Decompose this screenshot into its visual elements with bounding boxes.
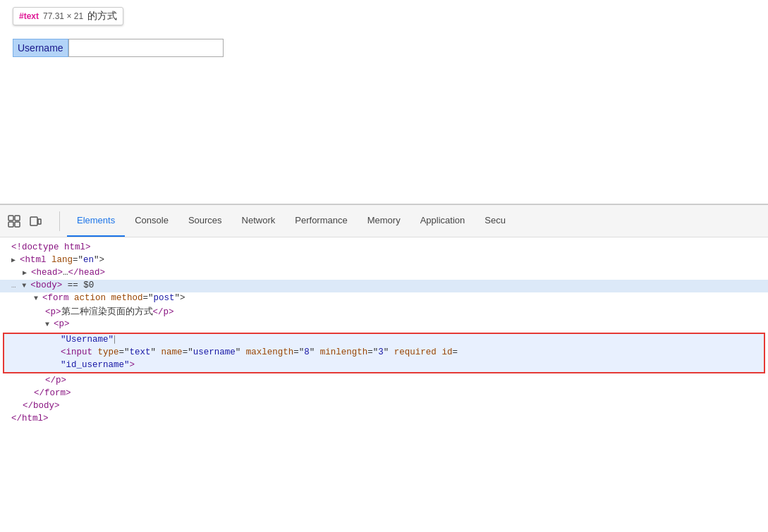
text-cursor-icon: ▏ [114, 335, 118, 344]
tab-sources[interactable]: Sources [178, 205, 232, 237]
code-line-head: <head> … </head> [0, 267, 768, 280]
code-line-form: <form action method="post"> [0, 292, 768, 305]
svg-rect-4 [30, 217, 37, 225]
tab-elements[interactable]: Elements [67, 205, 125, 237]
code-line-body-close: </body> [0, 400, 768, 413]
code-line-form-close: </form> [0, 388, 768, 400]
tooltip-chinese: 的方式 [87, 10, 117, 23]
devtools-toolbar: Elements Console Sources Network Perform… [0, 205, 768, 237]
devtools-tabs: Elements Console Sources Network Perform… [67, 205, 516, 237]
code-line-input-2: "id_username"> [4, 359, 764, 372]
selected-code-block: "Username" ▏ <input type="text" name="us… [3, 333, 765, 373]
code-line-input-1: <input type="text" name="username" maxle… [4, 347, 764, 359]
toolbar-divider [59, 211, 60, 231]
devtools-panel: Elements Console Sources Network Perform… [0, 204, 768, 532]
svg-rect-5 [38, 219, 41, 224]
svg-rect-0 [8, 216, 13, 221]
tooltip-tag: #text [19, 11, 39, 21]
code-line-p-close: </p> [0, 375, 768, 388]
expand-head-icon[interactable] [23, 268, 30, 276]
inspect-element-icon[interactable] [4, 211, 24, 231]
code-line-body[interactable]: … <body> == $0 [0, 280, 768, 292]
expand-html-icon[interactable] [11, 256, 18, 263]
code-line-doctype: <!doctype html> [0, 242, 768, 254]
tab-application[interactable]: Application [410, 205, 475, 237]
element-tooltip: #text 77.31 × 21 的方式 [13, 7, 123, 25]
code-line-username-text: "Username" ▏ [4, 334, 764, 347]
tab-security[interactable]: Secu [475, 205, 516, 237]
tab-performance[interactable]: Performance [285, 205, 357, 237]
browser-page: #text 77.31 × 21 的方式 Username [0, 0, 768, 204]
code-line-html: <html lang="en"> [0, 254, 768, 267]
code-line-p-open: <p> [0, 318, 768, 331]
tooltip-dimensions: 77.31 × 21 [43, 11, 83, 21]
svg-rect-3 [15, 222, 20, 227]
tab-console[interactable]: Console [125, 205, 178, 237]
tab-network[interactable]: Network [232, 205, 286, 237]
code-line-p-text: <p> 第二种渲染页面的方式 </p> [0, 305, 768, 318]
expand-p-icon[interactable] [45, 321, 52, 328]
toolbar-icons [4, 211, 45, 231]
elements-panel-content: <!doctype html> <html lang="en"> <head> … [0, 237, 768, 532]
expand-body-icon[interactable] [22, 282, 29, 289]
tab-memory[interactable]: Memory [358, 205, 410, 237]
expand-form-icon[interactable] [34, 295, 41, 302]
username-input[interactable] [68, 39, 224, 57]
username-row: Username [13, 39, 224, 57]
username-label: Username [13, 39, 68, 57]
code-line-html-close: </html> [0, 413, 768, 426]
svg-rect-1 [15, 216, 20, 221]
svg-rect-2 [8, 222, 13, 227]
device-mode-icon[interactable] [25, 211, 45, 231]
